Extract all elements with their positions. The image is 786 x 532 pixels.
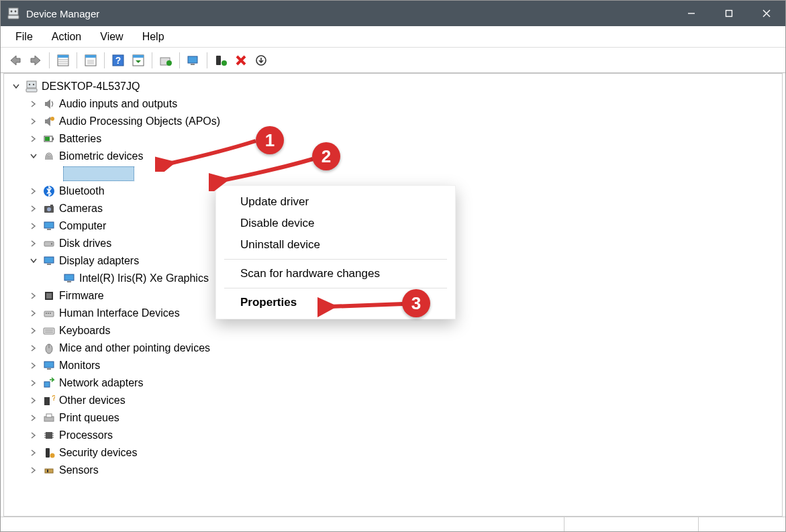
tree-item-sensors[interactable]: Sensors — [4, 462, 782, 479]
tree-item-label: Batteries — [59, 133, 101, 145]
tree-item-selected-device[interactable] — [4, 165, 782, 182]
svg-rect-51 — [48, 313, 49, 314]
svg-rect-27 — [27, 81, 36, 88]
svg-rect-39 — [44, 222, 54, 228]
svg-rect-19 — [133, 55, 144, 58]
svg-point-31 — [50, 117, 54, 121]
svg-rect-9 — [58, 55, 68, 58]
close-button[interactable] — [748, 1, 785, 26]
tree-item-batteries[interactable]: Batteries — [4, 130, 782, 148]
svg-rect-72 — [46, 448, 50, 458]
svg-point-42 — [51, 244, 52, 245]
app-icon — [7, 7, 19, 19]
properties-button[interactable] — [81, 51, 100, 70]
tree-item-label: Human Interface Devices — [59, 307, 180, 319]
context-update-driver[interactable]: Update driver — [216, 191, 455, 213]
svg-point-2 — [11, 11, 13, 13]
expander-icon[interactable] — [28, 325, 39, 336]
action-button[interactable] — [129, 51, 148, 70]
expander-icon[interactable] — [28, 151, 39, 162]
svg-rect-45 — [64, 274, 74, 280]
tree-item-monitors[interactable]: Monitors — [4, 357, 782, 374]
context-scan-hardware[interactable]: Scan for hardware changes — [216, 263, 455, 284]
uninstall-device-button[interactable] — [232, 51, 250, 70]
maximize-button[interactable] — [710, 1, 748, 26]
expander-icon[interactable] — [28, 430, 39, 441]
tree-item-processors[interactable]: Processors — [4, 427, 782, 444]
svg-point-3 — [15, 11, 17, 13]
tree-item-mice-and-other-pointing-devices[interactable]: Mice and other pointing devices — [4, 339, 782, 357]
tree-item-other-devices[interactable]: ?Other devices — [4, 392, 782, 409]
svg-point-25 — [222, 60, 227, 66]
expander-icon[interactable] — [28, 343, 39, 354]
svg-point-29 — [29, 84, 30, 85]
tree-item-label: Intel(R) Iris(R) Xe Graphics — [79, 272, 209, 284]
menu-view[interactable]: View — [92, 28, 131, 46]
expander-icon[interactable] — [28, 134, 39, 144]
expander-icon[interactable] — [28, 465, 39, 476]
context-disable-device[interactable]: Disable device — [216, 213, 455, 234]
expander-icon[interactable] — [11, 81, 21, 92]
svg-rect-48 — [46, 293, 52, 299]
tree-item-label: Other devices — [59, 394, 126, 407]
svg-rect-75 — [47, 470, 48, 472]
tree-item-biometric-devices[interactable]: Biometric devices — [4, 148, 782, 165]
context-uninstall-device[interactable]: Uninstall device — [216, 234, 455, 256]
show-hide-tree-button[interactable] — [54, 51, 72, 70]
svg-text:?: ? — [52, 394, 55, 402]
menubar: File Action View Help — [1, 26, 785, 48]
expander-icon[interactable] — [28, 447, 39, 458]
minimize-button[interactable] — [673, 1, 710, 26]
expander-icon[interactable] — [28, 238, 39, 249]
network-adapters-icon — [43, 377, 55, 389]
expander-icon[interactable] — [28, 378, 39, 388]
update-driver-button[interactable] — [156, 51, 175, 70]
svg-rect-65 — [46, 432, 52, 439]
expander-icon[interactable] — [28, 360, 39, 371]
expander-icon[interactable] — [28, 308, 39, 319]
security-devices-icon — [43, 447, 55, 459]
svg-rect-60 — [44, 382, 50, 387]
menu-help[interactable]: Help — [134, 28, 173, 46]
enable-device-button[interactable] — [211, 51, 230, 70]
expander-icon[interactable] — [28, 99, 39, 109]
human-interface-devices-icon — [43, 307, 55, 319]
processors-icon — [43, 429, 55, 441]
expander-icon[interactable] — [28, 256, 39, 266]
annotation-badge-1: 1 — [256, 126, 284, 154]
annotation-arrow-3 — [317, 297, 411, 317]
expander-icon[interactable] — [28, 116, 39, 127]
annotation-badge-3: 3 — [402, 289, 430, 317]
forward-button[interactable] — [26, 51, 45, 70]
tree-item-print-queues[interactable]: Print queues — [4, 409, 782, 427]
toolbar-separator — [179, 52, 180, 68]
tree-item-audio-inputs-and-outputs[interactable]: Audio inputs and outputs — [4, 95, 782, 113]
expander-icon[interactable] — [28, 413, 39, 423]
disable-device-button[interactable] — [252, 51, 271, 70]
tree-item-label — [63, 166, 134, 181]
tree-item-label: Biometric devices — [59, 150, 143, 162]
svg-point-21 — [166, 60, 172, 66]
tree-item-network-adapters[interactable]: Network adapters — [4, 374, 782, 392]
expander-icon[interactable] — [28, 395, 39, 406]
menu-file[interactable]: File — [7, 28, 41, 46]
help-button[interactable]: ? — [109, 51, 128, 70]
back-button[interactable] — [6, 51, 25, 70]
scan-hardware-button[interactable] — [184, 51, 203, 70]
menu-action[interactable]: Action — [44, 28, 89, 46]
svg-rect-33 — [52, 138, 54, 140]
toolbar-separator — [77, 52, 77, 68]
tree-item-keyboards[interactable]: Keyboards — [4, 322, 782, 339]
tree-item-root[interactable]: DESKTOP-4L537JQ — [4, 78, 782, 95]
expander-icon[interactable] — [28, 203, 39, 214]
tree-item-security-devices[interactable]: Security devices — [4, 444, 782, 462]
tree-item-audio-processing-objects-apos[interactable]: Audio Processing Objects (APOs) — [4, 113, 782, 130]
svg-point-30 — [33, 84, 34, 85]
audio-inputs-and-outputs-icon — [43, 98, 55, 110]
expander-icon[interactable] — [28, 221, 39, 231]
tree-item-label: Mice and other pointing devices — [59, 342, 210, 354]
expander-icon[interactable] — [28, 186, 39, 197]
toolbar-separator — [207, 52, 207, 68]
expander-icon[interactable] — [28, 290, 39, 301]
tree-item-label: Display adapters — [59, 255, 139, 267]
